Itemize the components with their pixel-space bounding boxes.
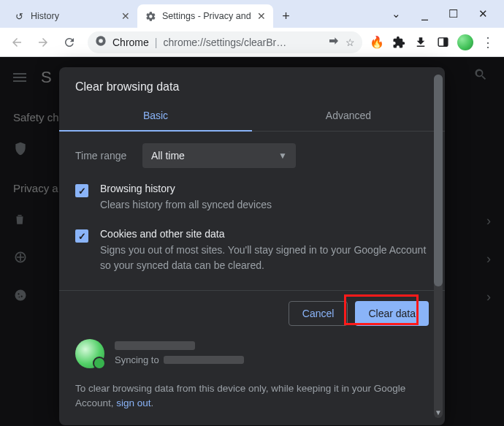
bookmark-icon[interactable]: ☆	[345, 37, 355, 48]
option-browsing-history[interactable]: ✓ Browsing history Clears history from a…	[75, 183, 429, 212]
dialog-tabs: Basic Advanced	[59, 101, 445, 132]
history-icon: ↺	[13, 10, 25, 22]
window-maximize[interactable]: ☐	[448, 7, 458, 20]
time-range-label: Time range	[75, 150, 132, 161]
option-cookies[interactable]: ✓ Cookies and other site data Signs you …	[75, 228, 429, 273]
browser-toolbar: Chrome | chrome://settings/clearBr… ☆ 🔥 …	[0, 28, 504, 57]
tab-settings[interactable]: Settings - Privacy and ✕	[137, 4, 273, 28]
reload-button[interactable]	[58, 31, 80, 53]
back-button[interactable]	[6, 31, 28, 53]
window-dropdown[interactable]: ⌄	[392, 7, 401, 20]
dialog-footer: To clear browsing data from this device …	[59, 377, 445, 411]
checkbox-checked[interactable]: ✓	[75, 184, 88, 197]
tab-basic[interactable]: Basic	[59, 101, 252, 132]
omnibox-separator: |	[155, 37, 158, 48]
scroll-down-icon[interactable]: ▼	[434, 408, 443, 417]
tab-title: History	[31, 11, 115, 21]
sign-out-link[interactable]: sign out	[116, 398, 150, 408]
window-minimize[interactable]: ⎯	[421, 8, 428, 20]
option-desc: Clears history from all synced devices	[100, 197, 272, 212]
omnibox-prefix: Chrome	[112, 37, 149, 48]
tab-advanced[interactable]: Advanced	[252, 101, 445, 132]
share-icon[interactable]	[328, 35, 340, 49]
address-bar[interactable]: Chrome | chrome://settings/clearBr… ☆	[88, 31, 362, 53]
downloads-icon[interactable]	[413, 35, 428, 50]
option-desc: Signs you out of most sites. You'll stay…	[100, 243, 429, 273]
dialog-scrollbar-thumb[interactable]	[434, 75, 443, 286]
chevron-down-icon: ▼	[278, 151, 287, 161]
menu-icon[interactable]: ⋮	[481, 35, 495, 50]
checkbox-checked[interactable]: ✓	[75, 229, 88, 243]
svg-point-1	[99, 39, 103, 43]
time-range-value: All time	[151, 150, 185, 161]
close-icon[interactable]: ✕	[121, 10, 130, 22]
forward-button[interactable]	[32, 31, 54, 53]
sync-name-redacted	[115, 341, 195, 350]
sidepanel-icon[interactable]	[435, 35, 450, 50]
extension-fire-icon[interactable]: 🔥	[370, 35, 384, 50]
profile-avatar[interactable]	[457, 34, 473, 50]
window-controls: ⌄ ⎯ ☐ ✕	[375, 0, 504, 28]
tab-history[interactable]: ↺ History ✕	[6, 4, 137, 28]
cancel-button[interactable]: Cancel	[289, 301, 348, 326]
tab-title: Settings - Privacy and	[162, 11, 251, 21]
chrome-logo-icon	[95, 35, 107, 49]
svg-rect-3	[443, 38, 448, 46]
gear-icon	[145, 10, 156, 22]
option-title: Cookies and other site data	[100, 228, 429, 240]
annotation-highlight	[344, 294, 419, 325]
omnibox-url: chrome://settings/clearBr…	[163, 37, 322, 48]
time-range-select[interactable]: All time ▼	[142, 143, 296, 168]
window-close[interactable]: ✕	[478, 7, 488, 20]
extensions-icon[interactable]	[392, 35, 406, 50]
sync-account-redacted	[164, 356, 244, 364]
clear-browsing-data-dialog: ▼ Clear browsing data Basic Advanced Tim…	[59, 67, 445, 425]
sync-avatar	[75, 339, 104, 368]
dialog-title: Clear browsing data	[59, 67, 445, 101]
sync-status: Syncing to	[59, 336, 445, 377]
syncing-label: Syncing to	[115, 354, 159, 365]
close-icon[interactable]: ✕	[257, 10, 266, 22]
option-title: Browsing history	[100, 183, 272, 194]
new-tab-button[interactable]: +	[276, 6, 297, 26]
